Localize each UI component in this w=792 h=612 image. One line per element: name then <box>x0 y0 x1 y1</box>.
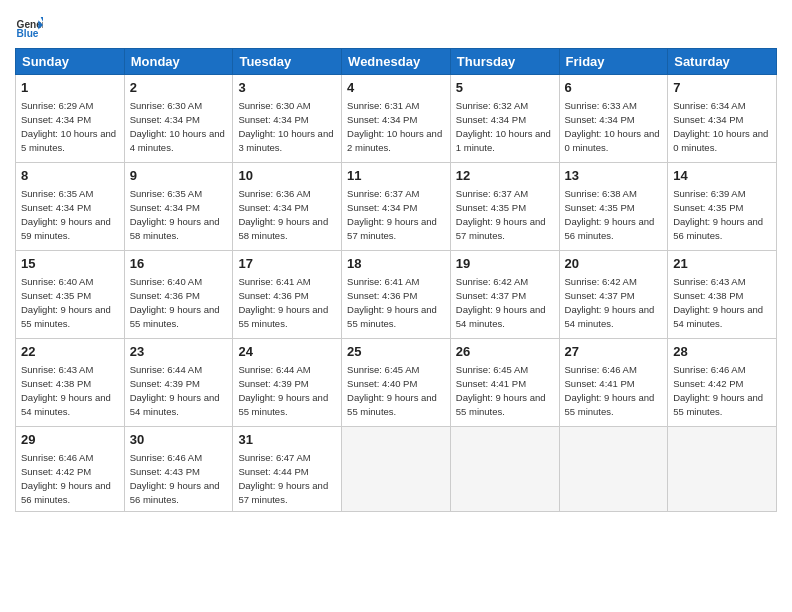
calendar-cell: 17Sunrise: 6:41 AMSunset: 4:36 PMDayligh… <box>233 251 342 339</box>
calendar-cell: 14Sunrise: 6:39 AMSunset: 4:35 PMDayligh… <box>668 163 777 251</box>
calendar-cell: 11Sunrise: 6:37 AMSunset: 4:34 PMDayligh… <box>342 163 451 251</box>
calendar-cell: 4Sunrise: 6:31 AMSunset: 4:34 PMDaylight… <box>342 75 451 163</box>
day-info: Sunrise: 6:41 AMSunset: 4:36 PMDaylight:… <box>347 276 437 329</box>
day-number: 24 <box>238 343 336 361</box>
day-info: Sunrise: 6:35 AMSunset: 4:34 PMDaylight:… <box>21 188 111 241</box>
calendar-cell: 21Sunrise: 6:43 AMSunset: 4:38 PMDayligh… <box>668 251 777 339</box>
day-info: Sunrise: 6:34 AMSunset: 4:34 PMDaylight:… <box>673 100 768 153</box>
day-info: Sunrise: 6:29 AMSunset: 4:34 PMDaylight:… <box>21 100 116 153</box>
day-number: 26 <box>456 343 554 361</box>
weekday-header-cell: Friday <box>559 49 668 75</box>
calendar-week-row: 29Sunrise: 6:46 AMSunset: 4:42 PMDayligh… <box>16 427 777 512</box>
day-number: 19 <box>456 255 554 273</box>
day-info: Sunrise: 6:46 AMSunset: 4:42 PMDaylight:… <box>673 364 763 417</box>
day-info: Sunrise: 6:43 AMSunset: 4:38 PMDaylight:… <box>21 364 111 417</box>
calendar-cell: 29Sunrise: 6:46 AMSunset: 4:42 PMDayligh… <box>16 427 125 512</box>
weekday-header-cell: Tuesday <box>233 49 342 75</box>
logo: General Blue <box>15 14 43 42</box>
calendar-cell: 30Sunrise: 6:46 AMSunset: 4:43 PMDayligh… <box>124 427 233 512</box>
calendar-cell <box>342 427 451 512</box>
svg-text:Blue: Blue <box>17 28 39 39</box>
day-number: 15 <box>21 255 119 273</box>
day-info: Sunrise: 6:32 AMSunset: 4:34 PMDaylight:… <box>456 100 551 153</box>
calendar-cell: 20Sunrise: 6:42 AMSunset: 4:37 PMDayligh… <box>559 251 668 339</box>
day-info: Sunrise: 6:35 AMSunset: 4:34 PMDaylight:… <box>130 188 220 241</box>
day-number: 18 <box>347 255 445 273</box>
day-info: Sunrise: 6:40 AMSunset: 4:35 PMDaylight:… <box>21 276 111 329</box>
day-info: Sunrise: 6:47 AMSunset: 4:44 PMDaylight:… <box>238 452 328 505</box>
calendar-cell: 9Sunrise: 6:35 AMSunset: 4:34 PMDaylight… <box>124 163 233 251</box>
day-info: Sunrise: 6:30 AMSunset: 4:34 PMDaylight:… <box>130 100 225 153</box>
day-number: 20 <box>565 255 663 273</box>
calendar-cell <box>450 427 559 512</box>
calendar-cell: 10Sunrise: 6:36 AMSunset: 4:34 PMDayligh… <box>233 163 342 251</box>
logo-icon: General Blue <box>15 14 43 42</box>
day-info: Sunrise: 6:31 AMSunset: 4:34 PMDaylight:… <box>347 100 442 153</box>
calendar-cell <box>668 427 777 512</box>
day-info: Sunrise: 6:44 AMSunset: 4:39 PMDaylight:… <box>238 364 328 417</box>
calendar-cell: 27Sunrise: 6:46 AMSunset: 4:41 PMDayligh… <box>559 339 668 427</box>
weekday-header-cell: Monday <box>124 49 233 75</box>
day-info: Sunrise: 6:38 AMSunset: 4:35 PMDaylight:… <box>565 188 655 241</box>
calendar: SundayMondayTuesdayWednesdayThursdayFrid… <box>15 48 777 512</box>
day-info: Sunrise: 6:40 AMSunset: 4:36 PMDaylight:… <box>130 276 220 329</box>
day-number: 1 <box>21 79 119 97</box>
calendar-cell <box>559 427 668 512</box>
calendar-cell: 7Sunrise: 6:34 AMSunset: 4:34 PMDaylight… <box>668 75 777 163</box>
weekday-header-cell: Thursday <box>450 49 559 75</box>
day-number: 29 <box>21 431 119 449</box>
day-number: 4 <box>347 79 445 97</box>
calendar-week-row: 15Sunrise: 6:40 AMSunset: 4:35 PMDayligh… <box>16 251 777 339</box>
day-number: 5 <box>456 79 554 97</box>
day-number: 23 <box>130 343 228 361</box>
day-info: Sunrise: 6:30 AMSunset: 4:34 PMDaylight:… <box>238 100 333 153</box>
day-info: Sunrise: 6:42 AMSunset: 4:37 PMDaylight:… <box>456 276 546 329</box>
day-info: Sunrise: 6:41 AMSunset: 4:36 PMDaylight:… <box>238 276 328 329</box>
day-number: 2 <box>130 79 228 97</box>
weekday-header-cell: Wednesday <box>342 49 451 75</box>
weekday-header-cell: Sunday <box>16 49 125 75</box>
day-number: 10 <box>238 167 336 185</box>
calendar-cell: 28Sunrise: 6:46 AMSunset: 4:42 PMDayligh… <box>668 339 777 427</box>
day-number: 12 <box>456 167 554 185</box>
day-number: 21 <box>673 255 771 273</box>
day-number: 16 <box>130 255 228 273</box>
calendar-cell: 5Sunrise: 6:32 AMSunset: 4:34 PMDaylight… <box>450 75 559 163</box>
calendar-week-row: 22Sunrise: 6:43 AMSunset: 4:38 PMDayligh… <box>16 339 777 427</box>
day-number: 8 <box>21 167 119 185</box>
calendar-cell: 24Sunrise: 6:44 AMSunset: 4:39 PMDayligh… <box>233 339 342 427</box>
calendar-cell: 2Sunrise: 6:30 AMSunset: 4:34 PMDaylight… <box>124 75 233 163</box>
day-number: 27 <box>565 343 663 361</box>
calendar-week-row: 8Sunrise: 6:35 AMSunset: 4:34 PMDaylight… <box>16 163 777 251</box>
calendar-cell: 16Sunrise: 6:40 AMSunset: 4:36 PMDayligh… <box>124 251 233 339</box>
calendar-cell: 6Sunrise: 6:33 AMSunset: 4:34 PMDaylight… <box>559 75 668 163</box>
day-info: Sunrise: 6:45 AMSunset: 4:40 PMDaylight:… <box>347 364 437 417</box>
calendar-cell: 3Sunrise: 6:30 AMSunset: 4:34 PMDaylight… <box>233 75 342 163</box>
day-number: 17 <box>238 255 336 273</box>
day-info: Sunrise: 6:37 AMSunset: 4:35 PMDaylight:… <box>456 188 546 241</box>
calendar-cell: 22Sunrise: 6:43 AMSunset: 4:38 PMDayligh… <box>16 339 125 427</box>
calendar-cell: 25Sunrise: 6:45 AMSunset: 4:40 PMDayligh… <box>342 339 451 427</box>
day-info: Sunrise: 6:46 AMSunset: 4:42 PMDaylight:… <box>21 452 111 505</box>
weekday-header-row: SundayMondayTuesdayWednesdayThursdayFrid… <box>16 49 777 75</box>
calendar-body: 1Sunrise: 6:29 AMSunset: 4:34 PMDaylight… <box>16 75 777 512</box>
day-info: Sunrise: 6:43 AMSunset: 4:38 PMDaylight:… <box>673 276 763 329</box>
day-number: 6 <box>565 79 663 97</box>
calendar-cell: 19Sunrise: 6:42 AMSunset: 4:37 PMDayligh… <box>450 251 559 339</box>
weekday-header-cell: Saturday <box>668 49 777 75</box>
calendar-cell: 12Sunrise: 6:37 AMSunset: 4:35 PMDayligh… <box>450 163 559 251</box>
day-number: 14 <box>673 167 771 185</box>
calendar-cell: 13Sunrise: 6:38 AMSunset: 4:35 PMDayligh… <box>559 163 668 251</box>
day-info: Sunrise: 6:46 AMSunset: 4:43 PMDaylight:… <box>130 452 220 505</box>
day-info: Sunrise: 6:45 AMSunset: 4:41 PMDaylight:… <box>456 364 546 417</box>
day-info: Sunrise: 6:42 AMSunset: 4:37 PMDaylight:… <box>565 276 655 329</box>
day-info: Sunrise: 6:46 AMSunset: 4:41 PMDaylight:… <box>565 364 655 417</box>
calendar-week-row: 1Sunrise: 6:29 AMSunset: 4:34 PMDaylight… <box>16 75 777 163</box>
day-number: 11 <box>347 167 445 185</box>
calendar-cell: 18Sunrise: 6:41 AMSunset: 4:36 PMDayligh… <box>342 251 451 339</box>
calendar-cell: 8Sunrise: 6:35 AMSunset: 4:34 PMDaylight… <box>16 163 125 251</box>
day-number: 30 <box>130 431 228 449</box>
day-info: Sunrise: 6:37 AMSunset: 4:34 PMDaylight:… <box>347 188 437 241</box>
day-number: 25 <box>347 343 445 361</box>
day-info: Sunrise: 6:39 AMSunset: 4:35 PMDaylight:… <box>673 188 763 241</box>
